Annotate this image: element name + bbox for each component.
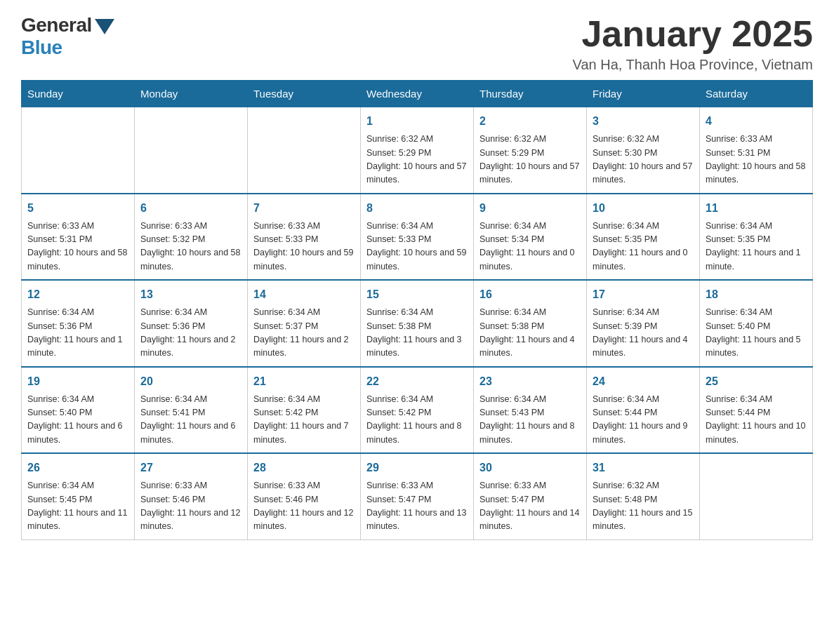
- day-number: 18: [706, 286, 807, 303]
- day-info: Sunrise: 6:32 AMSunset: 5:29 PMDaylight:…: [366, 133, 468, 187]
- calendar-cell: 25Sunrise: 6:34 AMSunset: 5:44 PMDayligh…: [700, 367, 813, 454]
- calendar-cell: 4Sunrise: 6:33 AMSunset: 5:31 PMDaylight…: [700, 107, 813, 194]
- calendar-cell: 17Sunrise: 6:34 AMSunset: 5:39 PMDayligh…: [587, 280, 700, 367]
- calendar-cell: 2Sunrise: 6:32 AMSunset: 5:29 PMDaylight…: [474, 107, 587, 194]
- calendar-cell: 23Sunrise: 6:34 AMSunset: 5:43 PMDayligh…: [474, 367, 587, 454]
- day-info: Sunrise: 6:32 AMSunset: 5:30 PMDaylight:…: [593, 133, 694, 187]
- logo: General Blue: [21, 14, 114, 59]
- calendar-cell: [700, 453, 813, 539]
- location-text: Van Ha, Thanh Hoa Province, Vietnam: [573, 57, 813, 73]
- calendar-week-row: 1Sunrise: 6:32 AMSunset: 5:29 PMDaylight…: [22, 107, 813, 194]
- calendar-cell: 20Sunrise: 6:34 AMSunset: 5:41 PMDayligh…: [135, 367, 248, 454]
- calendar-week-row: 5Sunrise: 6:33 AMSunset: 5:31 PMDaylight…: [22, 194, 813, 281]
- calendar-cell: 24Sunrise: 6:34 AMSunset: 5:44 PMDayligh…: [587, 367, 700, 454]
- day-number: 11: [706, 200, 807, 217]
- day-of-week-header: Friday: [587, 81, 700, 107]
- day-of-week-header: Tuesday: [248, 81, 361, 107]
- calendar-cell: 1Sunrise: 6:32 AMSunset: 5:29 PMDaylight…: [361, 107, 474, 194]
- calendar-cell: 26Sunrise: 6:34 AMSunset: 5:45 PMDayligh…: [22, 453, 135, 539]
- calendar-cell: 19Sunrise: 6:34 AMSunset: 5:40 PMDayligh…: [22, 367, 135, 454]
- day-number: 12: [27, 286, 128, 303]
- day-number: 5: [27, 200, 128, 217]
- day-info: Sunrise: 6:34 AMSunset: 5:42 PMDaylight:…: [253, 393, 355, 448]
- day-number: 15: [366, 286, 468, 303]
- logo-general-text: General: [21, 14, 92, 36]
- calendar-week-row: 19Sunrise: 6:34 AMSunset: 5:40 PMDayligh…: [22, 367, 813, 454]
- calendar-cell: [22, 107, 135, 194]
- calendar-cell: [248, 107, 361, 194]
- day-info: Sunrise: 6:34 AMSunset: 5:40 PMDaylight:…: [27, 393, 128, 448]
- day-info: Sunrise: 6:32 AMSunset: 5:48 PMDaylight:…: [593, 479, 694, 534]
- day-info: Sunrise: 6:32 AMSunset: 5:29 PMDaylight:…: [479, 133, 581, 187]
- day-number: 24: [593, 373, 694, 390]
- day-number: 6: [140, 200, 241, 217]
- day-of-week-header: Monday: [135, 81, 248, 107]
- calendar-cell: 12Sunrise: 6:34 AMSunset: 5:36 PMDayligh…: [22, 280, 135, 367]
- calendar-cell: 13Sunrise: 6:34 AMSunset: 5:36 PMDayligh…: [135, 280, 248, 367]
- calendar-cell: 7Sunrise: 6:33 AMSunset: 5:33 PMDaylight…: [248, 194, 361, 281]
- day-number: 7: [253, 200, 355, 217]
- day-of-week-header: Thursday: [474, 81, 587, 107]
- calendar-cell: 30Sunrise: 6:33 AMSunset: 5:47 PMDayligh…: [474, 453, 587, 539]
- day-info: Sunrise: 6:34 AMSunset: 5:33 PMDaylight:…: [366, 220, 468, 274]
- day-number: 3: [593, 113, 694, 130]
- month-title: January 2025: [573, 14, 813, 54]
- calendar-cell: [135, 107, 248, 194]
- day-info: Sunrise: 6:33 AMSunset: 5:31 PMDaylight:…: [27, 220, 128, 274]
- day-number: 28: [253, 459, 355, 476]
- day-info: Sunrise: 6:34 AMSunset: 5:44 PMDaylight:…: [706, 393, 807, 448]
- day-info: Sunrise: 6:34 AMSunset: 5:40 PMDaylight:…: [706, 306, 807, 361]
- calendar-cell: 27Sunrise: 6:33 AMSunset: 5:46 PMDayligh…: [135, 453, 248, 539]
- day-number: 14: [253, 286, 355, 303]
- calendar-cell: 22Sunrise: 6:34 AMSunset: 5:42 PMDayligh…: [361, 367, 474, 454]
- day-info: Sunrise: 6:34 AMSunset: 5:36 PMDaylight:…: [27, 306, 128, 361]
- day-number: 13: [140, 286, 241, 303]
- calendar-cell: 10Sunrise: 6:34 AMSunset: 5:35 PMDayligh…: [587, 194, 700, 281]
- calendar-cell: 16Sunrise: 6:34 AMSunset: 5:38 PMDayligh…: [474, 280, 587, 367]
- calendar-cell: 18Sunrise: 6:34 AMSunset: 5:40 PMDayligh…: [700, 280, 813, 367]
- day-info: Sunrise: 6:34 AMSunset: 5:34 PMDaylight:…: [479, 220, 581, 274]
- day-of-week-header: Saturday: [700, 81, 813, 107]
- day-number: 30: [479, 459, 581, 476]
- calendar-table: SundayMondayTuesdayWednesdayThursdayFrid…: [21, 80, 813, 540]
- day-number: 26: [27, 459, 128, 476]
- day-number: 31: [593, 459, 694, 476]
- day-info: Sunrise: 6:33 AMSunset: 5:47 PMDaylight:…: [366, 479, 468, 534]
- day-info: Sunrise: 6:34 AMSunset: 5:44 PMDaylight:…: [593, 393, 694, 448]
- day-info: Sunrise: 6:34 AMSunset: 5:38 PMDaylight:…: [479, 306, 581, 361]
- day-number: 9: [479, 200, 581, 217]
- day-info: Sunrise: 6:33 AMSunset: 5:31 PMDaylight:…: [706, 133, 807, 187]
- calendar-week-row: 12Sunrise: 6:34 AMSunset: 5:36 PMDayligh…: [22, 280, 813, 367]
- page-header: General Blue January 2025 Van Ha, Thanh …: [21, 14, 813, 73]
- day-info: Sunrise: 6:34 AMSunset: 5:37 PMDaylight:…: [253, 306, 355, 361]
- day-number: 27: [140, 459, 241, 476]
- day-info: Sunrise: 6:33 AMSunset: 5:46 PMDaylight:…: [140, 479, 241, 534]
- day-number: 8: [366, 200, 468, 217]
- logo-arrow-icon: [95, 19, 114, 34]
- day-of-week-header: Sunday: [22, 81, 135, 107]
- calendar-cell: 9Sunrise: 6:34 AMSunset: 5:34 PMDaylight…: [474, 194, 587, 281]
- day-number: 4: [706, 113, 807, 130]
- calendar-cell: 15Sunrise: 6:34 AMSunset: 5:38 PMDayligh…: [361, 280, 474, 367]
- day-info: Sunrise: 6:33 AMSunset: 5:33 PMDaylight:…: [253, 220, 355, 274]
- calendar-cell: 6Sunrise: 6:33 AMSunset: 5:32 PMDaylight…: [135, 194, 248, 281]
- day-info: Sunrise: 6:33 AMSunset: 5:32 PMDaylight:…: [140, 220, 241, 274]
- day-number: 16: [479, 286, 581, 303]
- day-number: 25: [706, 373, 807, 390]
- day-number: 2: [479, 113, 581, 130]
- day-info: Sunrise: 6:34 AMSunset: 5:35 PMDaylight:…: [706, 220, 807, 274]
- day-info: Sunrise: 6:34 AMSunset: 5:45 PMDaylight:…: [27, 479, 128, 534]
- day-info: Sunrise: 6:34 AMSunset: 5:36 PMDaylight:…: [140, 306, 241, 361]
- calendar-cell: 28Sunrise: 6:33 AMSunset: 5:46 PMDayligh…: [248, 453, 361, 539]
- calendar-week-row: 26Sunrise: 6:34 AMSunset: 5:45 PMDayligh…: [22, 453, 813, 539]
- calendar-cell: 8Sunrise: 6:34 AMSunset: 5:33 PMDaylight…: [361, 194, 474, 281]
- day-number: 22: [366, 373, 468, 390]
- calendar-cell: 5Sunrise: 6:33 AMSunset: 5:31 PMDaylight…: [22, 194, 135, 281]
- day-number: 19: [27, 373, 128, 390]
- day-number: 17: [593, 286, 694, 303]
- day-of-week-header: Wednesday: [361, 81, 474, 107]
- day-number: 21: [253, 373, 355, 390]
- day-number: 1: [366, 113, 468, 130]
- day-info: Sunrise: 6:33 AMSunset: 5:47 PMDaylight:…: [479, 479, 581, 534]
- calendar-cell: 11Sunrise: 6:34 AMSunset: 5:35 PMDayligh…: [700, 194, 813, 281]
